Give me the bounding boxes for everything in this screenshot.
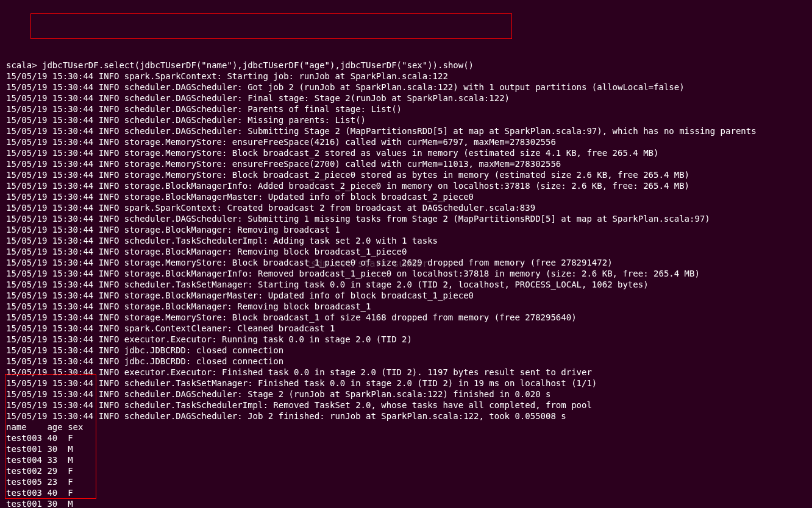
log-line: 15/05/19 15:30:44 INFO storage.BlockMana… (6, 290, 806, 301)
prompt-prefix: scala> (6, 60, 42, 70)
log-line: 15/05/19 15:30:44 INFO spark.ContextClea… (6, 323, 806, 334)
table-header: name age sex (6, 422, 806, 432)
prompt-line: scala> jdbcTUserDF.select(jdbcTUserDF("n… (6, 60, 806, 71)
table-rows: test003 40 F test001 30 M test004 33 M t… (6, 432, 806, 508)
log-line: 15/05/19 15:30:44 INFO executor.Executor… (6, 334, 806, 345)
log-line: 15/05/19 15:30:44 INFO scheduler.DAGSche… (6, 125, 806, 136)
log-line: 15/05/19 15:30:44 INFO storage.MemorySto… (6, 147, 806, 158)
log-line: 15/05/19 15:30:44 INFO jdbc.JDBCRDD: clo… (6, 345, 806, 356)
log-line: 15/05/19 15:30:44 INFO storage.BlockMana… (6, 180, 806, 191)
log-line: 15/05/19 15:30:44 INFO scheduler.DAGSche… (6, 104, 806, 115)
log-output: 15/05/19 15:30:44 INFO spark.SparkContex… (6, 71, 806, 422)
table-row: test002 29 F (6, 465, 806, 476)
log-line: 15/05/19 15:30:44 INFO storage.BlockMana… (6, 301, 806, 312)
highlight-box-command (30, 13, 512, 39)
log-line: 15/05/19 15:30:44 INFO storage.BlockMana… (6, 268, 806, 279)
log-line: 15/05/19 15:30:44 INFO storage.BlockMana… (6, 191, 806, 202)
table-row: test005 23 F (6, 476, 806, 487)
log-line: 15/05/19 15:30:44 INFO scheduler.DAGSche… (6, 115, 806, 125)
log-line: 15/05/19 15:30:44 INFO scheduler.TaskSch… (6, 400, 806, 411)
command-text: jdbcTUserDF.select(jdbcTUserDF("name"),j… (42, 60, 474, 70)
log-line: 15/05/19 15:30:44 INFO storage.MemorySto… (6, 158, 806, 169)
log-line: 15/05/19 15:30:44 INFO scheduler.DAGSche… (6, 213, 806, 224)
log-line: 15/05/19 15:30:44 INFO storage.BlockMana… (6, 224, 806, 235)
log-line: 15/05/19 15:30:44 INFO scheduler.DAGSche… (6, 389, 806, 400)
log-line: 15/05/19 15:30:44 INFO storage.MemorySto… (6, 136, 806, 147)
log-line: 15/05/19 15:30:44 INFO storage.MemorySto… (6, 257, 806, 268)
log-line: 15/05/19 15:30:44 INFO scheduler.TaskSet… (6, 378, 806, 389)
log-line: 15/05/19 15:30:44 INFO jdbc.JDBCRDD: clo… (6, 356, 806, 367)
terminal-output[interactable]: scala> jdbcTUserDF.select(jdbcTUserDF("n… (6, 49, 806, 508)
log-line: 15/05/19 15:30:44 INFO scheduler.DAGSche… (6, 93, 806, 104)
table-row: test003 40 F (6, 487, 806, 498)
table-row: test004 33 M (6, 454, 806, 465)
terminal-blank-line (6, 49, 806, 60)
table-row: test001 30 M (6, 443, 806, 454)
log-line: 15/05/19 15:30:44 INFO executor.Executor… (6, 367, 806, 378)
table-row: test003 40 F (6, 432, 806, 443)
log-line: 15/05/19 15:30:44 INFO storage.MemorySto… (6, 169, 806, 180)
log-line: 15/05/19 15:30:44 INFO storage.MemorySto… (6, 312, 806, 323)
log-line: 15/05/19 15:30:44 INFO storage.BlockMana… (6, 246, 806, 257)
log-line: 15/05/19 15:30:44 INFO scheduler.TaskSet… (6, 279, 806, 290)
table-row: test001 30 M (6, 498, 806, 508)
log-line: 15/05/19 15:30:44 INFO scheduler.DAGSche… (6, 82, 806, 93)
log-line: 15/05/19 15:30:44 INFO spark.SparkContex… (6, 71, 806, 82)
log-line: 15/05/19 15:30:44 INFO scheduler.TaskSch… (6, 235, 806, 246)
log-line: 15/05/19 15:30:44 INFO spark.SparkContex… (6, 202, 806, 213)
log-line: 15/05/19 15:30:44 INFO scheduler.DAGSche… (6, 411, 806, 422)
